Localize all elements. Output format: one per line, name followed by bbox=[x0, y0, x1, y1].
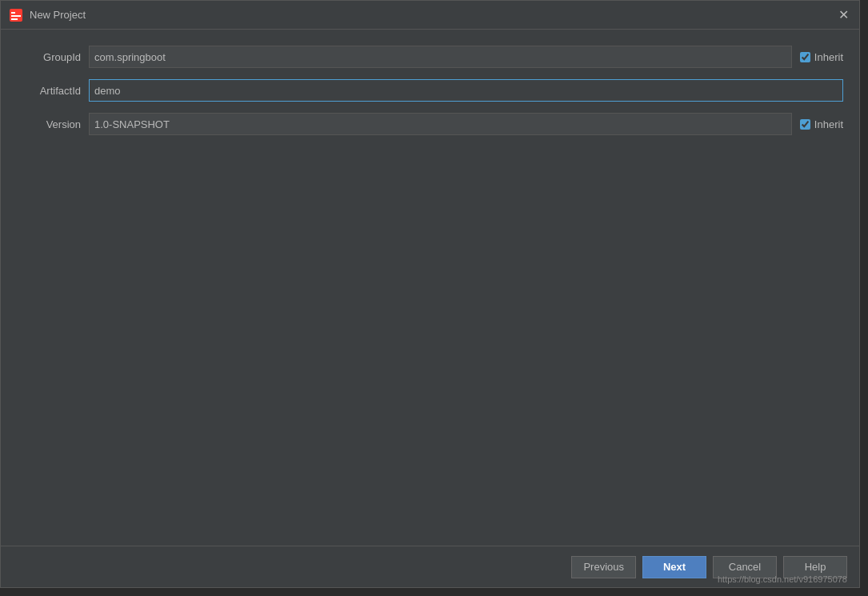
footer-url: https://blog.csdn.net/v916975078 bbox=[718, 574, 847, 584]
dialog-content: GroupId Inherit ArtifactId Version Inher… bbox=[1, 30, 859, 546]
svg-rect-3 bbox=[11, 18, 18, 20]
groupid-inherit-checkbox[interactable] bbox=[800, 52, 810, 62]
dialog-footer: Previous Next Cancel Help https://blog.c… bbox=[1, 546, 859, 587]
new-project-dialog: New Project ✕ GroupId Inherit ArtifactId… bbox=[0, 0, 860, 588]
version-inherit-label: Inherit bbox=[814, 118, 843, 130]
artifactid-row: ArtifactId bbox=[17, 79, 843, 102]
groupid-inherit-checkbox-container: Inherit bbox=[800, 51, 843, 63]
groupid-inherit-label: Inherit bbox=[814, 51, 843, 63]
groupid-input[interactable] bbox=[89, 46, 792, 68]
svg-rect-2 bbox=[11, 15, 21, 17]
svg-rect-1 bbox=[11, 12, 15, 14]
version-label: Version bbox=[17, 118, 81, 130]
dialog-titlebar: New Project ✕ bbox=[1, 1, 859, 30]
artifactid-input[interactable] bbox=[89, 79, 843, 102]
close-button[interactable]: ✕ bbox=[835, 7, 851, 23]
version-inherit-checkbox-container: Inherit bbox=[800, 118, 843, 130]
previous-button[interactable]: Previous bbox=[571, 556, 636, 578]
artifactid-label: ArtifactId bbox=[17, 85, 81, 97]
version-inherit-checkbox[interactable] bbox=[800, 119, 810, 130]
groupid-row: GroupId Inherit bbox=[17, 46, 843, 68]
version-input[interactable] bbox=[89, 113, 792, 135]
groupid-label: GroupId bbox=[17, 51, 81, 63]
dialog-title: New Project bbox=[30, 9, 835, 21]
app-icon bbox=[9, 8, 23, 22]
version-row: Version Inherit bbox=[17, 113, 843, 135]
next-button[interactable]: Next bbox=[642, 556, 706, 578]
